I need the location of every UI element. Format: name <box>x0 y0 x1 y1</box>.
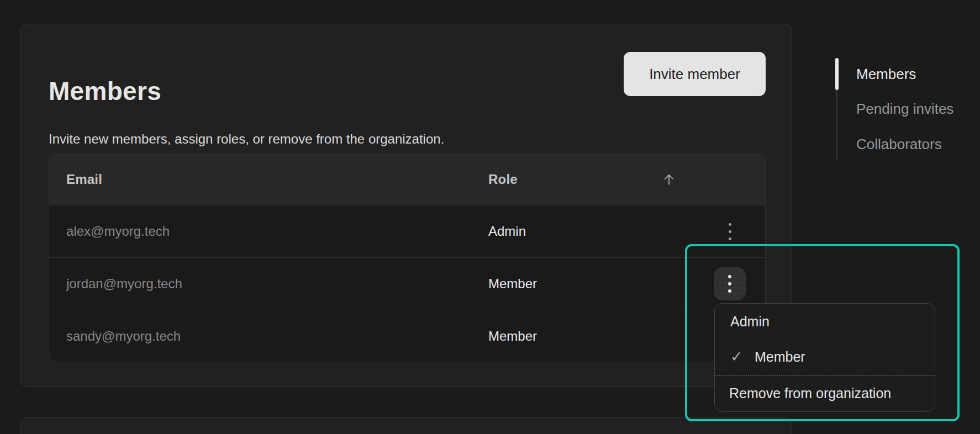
next-settings-card <box>20 417 792 434</box>
members-card: Members Invite new members, assign roles… <box>20 24 792 387</box>
invite-member-button[interactable]: Invite member <box>624 52 766 96</box>
member-role: Member <box>488 329 694 344</box>
menu-item-member[interactable]: ✓ Member <box>715 339 935 374</box>
role-dropdown-menu: Admin ✓ Member Remove from organization <box>714 303 935 412</box>
members-table: Email Role alex@myorg.tech Admin jo <box>49 154 766 362</box>
member-role: Member <box>488 276 694 292</box>
member-email: sandy@myorg.tech <box>49 329 488 344</box>
page-title: Members <box>49 76 161 107</box>
table-row: sandy@myorg.tech Member <box>49 310 765 362</box>
table-header-row: Email Role <box>49 154 765 205</box>
column-header-email[interactable]: Email <box>49 172 488 187</box>
menu-item-label: Remove from organization <box>729 385 891 401</box>
table-row: jordan@myorg.tech Member <box>49 258 765 310</box>
column-header-role-label: Role <box>488 172 518 187</box>
menu-item-label: Member <box>755 349 805 365</box>
table-row: alex@myorg.tech Admin <box>49 205 765 258</box>
check-icon: ✓ <box>730 350 745 364</box>
member-email: alex@myorg.tech <box>49 224 488 239</box>
member-email: jordan@myorg.tech <box>49 276 488 292</box>
member-role: Admin <box>488 224 694 239</box>
menu-item-label: Admin <box>730 314 770 330</box>
sidebar-item-collaborators[interactable]: Collaborators <box>856 136 942 153</box>
menu-item-admin[interactable]: Admin <box>715 304 935 339</box>
sidebar-item-pending-invites[interactable]: Pending invites <box>856 100 953 118</box>
row-menu-kebab-icon[interactable] <box>724 219 736 245</box>
row-menu-kebab-icon-active[interactable] <box>714 267 746 300</box>
sort-ascending-icon[interactable] <box>662 172 676 187</box>
sidebar-item-members[interactable]: Members <box>856 66 916 83</box>
section-nav-active-indicator <box>835 58 839 90</box>
menu-item-remove-from-organization[interactable]: Remove from organization <box>715 376 935 411</box>
column-header-role[interactable]: Role <box>488 172 694 187</box>
page-description: Invite new members, assign roles, or rem… <box>49 130 444 148</box>
